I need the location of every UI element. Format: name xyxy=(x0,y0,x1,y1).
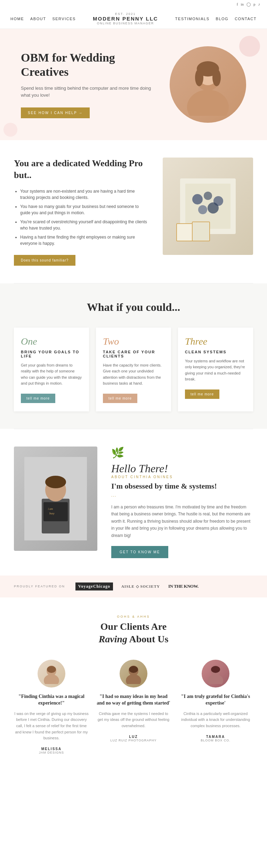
testimonial-1-body: I was on the verge of giving up my busin… xyxy=(14,711,89,741)
facebook-icon[interactable]: f xyxy=(237,2,238,7)
svg-rect-19 xyxy=(43,502,68,521)
main-nav: HOME ABOUT SERVICES EST. 2021 MODERN PEN… xyxy=(0,9,267,29)
about-section: i am busy 🌿 Hello There! ABOUT CINTHIA O… xyxy=(0,429,267,576)
testimonial-2: "I had so many ideas in my head and no w… xyxy=(96,660,171,754)
what-if-cards: One BRING YOUR GOALS TO LIFE Get your go… xyxy=(14,328,253,411)
list-item: Your systems are non-existent and you ar… xyxy=(20,188,149,201)
about-sub: ABOUT CINTHIA ONINES xyxy=(111,475,253,479)
svg-point-23 xyxy=(44,674,59,684)
card-two: Two TAKE CARE OF YOUR CLIENTS Have the c… xyxy=(96,328,171,411)
svg-point-27 xyxy=(129,666,138,673)
wedding-pro-text: You are a dedicated Wedding Pro but.. Yo… xyxy=(14,158,149,266)
card-two-cta[interactable]: tell me more xyxy=(103,394,137,403)
list-item: You're scared of overstretching yourself… xyxy=(20,219,149,231)
nav-about[interactable]: ABOUT xyxy=(30,17,46,21)
testimonial-3-avatar xyxy=(202,660,229,688)
testimonial-1-quote: "Finding Cinthia was a magical experienc… xyxy=(14,693,89,707)
card-three-number: Three xyxy=(185,336,246,347)
card-one-body: Get your goals from dreams to reality wi… xyxy=(21,362,82,387)
card-three-cta[interactable]: tell me more xyxy=(185,389,219,399)
card-one-number: One xyxy=(21,336,82,347)
svg-point-11 xyxy=(198,205,207,214)
testimonial-2-avatar xyxy=(120,660,147,688)
instagram-icon[interactable]: ◯ xyxy=(246,2,251,7)
nav-testimonials[interactable]: TESTIMONIALS xyxy=(175,17,210,21)
hero-image xyxy=(170,46,246,123)
svg-rect-14 xyxy=(192,222,210,241)
testimonial-3-quote: "I am truly grateful for Cinthia's exper… xyxy=(178,693,253,707)
hero-subtext: Spend less time sitting behind the compu… xyxy=(21,85,159,99)
testimonial-3-name: TAMARA xyxy=(178,735,253,739)
card-two-number: Two xyxy=(103,336,164,347)
card-three-body: Your systems and workflow are not only k… xyxy=(185,358,246,383)
social-bar: f in ◯ p ♪ xyxy=(0,0,267,9)
nav-contact[interactable]: CONTACT xyxy=(235,17,257,21)
svg-point-12 xyxy=(208,202,219,214)
familiar-cta-button[interactable]: Does this sound familiar? xyxy=(14,255,75,266)
svg-point-29 xyxy=(208,674,223,684)
nav-blog[interactable]: BLOG xyxy=(216,17,229,21)
hero-blob-top xyxy=(239,36,260,57)
testimonial-2-quote: "I had so many ideas in my head and no w… xyxy=(96,693,171,707)
brand-name: MODERN PENNY LLC xyxy=(93,16,158,22)
testimonials-section: OOHS & AHHS Our Clients Are Raving About… xyxy=(0,597,267,772)
voyage-chicago-logo: VoyageChicago xyxy=(75,582,113,590)
about-text: 🌿 Hello There! ABOUT CINTHIA ONINES I'm … xyxy=(111,447,253,558)
what-if-section: What if you could... One BRING YOUR GOAL… xyxy=(0,283,267,429)
testimonial-3-company: BLOOM BOX CO. xyxy=(178,739,253,742)
card-two-title: TAKE CARE OF YOUR CLIENTS xyxy=(103,350,164,358)
card-three-title: CLEAN SYSTEMS xyxy=(185,350,246,354)
svg-point-8 xyxy=(192,194,203,204)
card-one-title: BRING YOUR GOALS TO LIFE xyxy=(21,350,82,358)
svg-point-26 xyxy=(126,674,141,684)
tiktok-icon[interactable]: ♪ xyxy=(258,2,260,7)
featured-logos: VoyageChicago AISLE ◇ SOCIETY IN THE KNO… xyxy=(75,582,199,590)
wedding-pro-list: Your systems are non-existent and you ar… xyxy=(14,188,149,247)
testimonial-1-name: MELISSA xyxy=(14,747,89,751)
testimonial-2-body: Cinthia gave me the systems I needed to … xyxy=(96,711,171,729)
list-item: Having a hard time finding the right emp… xyxy=(20,234,149,247)
testimonials-heading: Our Clients Are Raving About Us xyxy=(14,620,253,646)
what-if-heading: What if you could... xyxy=(14,301,253,314)
hero-text: OBM for Wedding Creatives Spend less tim… xyxy=(21,51,159,118)
in-the-know-logo: IN THE KNOW. xyxy=(168,584,199,589)
testimonial-1-avatar xyxy=(38,660,65,688)
nav-est: EST. 2021 xyxy=(93,12,158,16)
svg-point-30 xyxy=(211,666,220,673)
linkedin-icon[interactable]: in xyxy=(241,2,244,7)
svg-rect-13 xyxy=(177,224,194,241)
list-item: You have so many goals for your business… xyxy=(20,203,149,216)
about-image: i am busy xyxy=(14,447,97,551)
svg-text:i am: i am xyxy=(48,507,53,511)
svg-text:busy: busy xyxy=(49,512,55,515)
hero-section: OBM for Wedding Creatives Spend less tim… xyxy=(0,29,267,140)
nav-home[interactable]: HOME xyxy=(10,17,24,21)
card-two-body: Have the capacity for more clients. Give… xyxy=(103,362,164,387)
section2-image xyxy=(163,158,253,255)
testimonial-1-company: JAM DESIGNS xyxy=(14,751,89,754)
testimonial-2-company: LUZ RUIZ PHOTOGRAPHY xyxy=(96,739,171,742)
svg-point-9 xyxy=(204,192,212,200)
about-cta-button[interactable]: GET TO KNOW ME xyxy=(111,546,168,558)
featured-label: PROUDLY FEATURED ON xyxy=(14,585,65,588)
testimonial-3: "I am truly grateful for Cinthia's exper… xyxy=(178,660,253,754)
testimonial-1: "Finding Cinthia was a magical experienc… xyxy=(14,660,89,754)
about-hello: Hello There! xyxy=(111,462,253,475)
hero-heading: OBM for Wedding Creatives xyxy=(21,51,159,79)
hero-cta-button[interactable]: SEE HOW I CAN HELP → xyxy=(21,107,90,118)
about-heading: I'm obsessed by time & systems! xyxy=(111,482,253,491)
testimonial-cards: "Finding Cinthia was a magical experienc… xyxy=(14,660,253,754)
nav-services[interactable]: SERVICES xyxy=(52,17,75,21)
leaf-icon: 🌿 xyxy=(111,447,253,459)
testimonial-3-body: Cinthia is a particularly well-organized… xyxy=(178,711,253,729)
card-one: One BRING YOUR GOALS TO LIFE Get your go… xyxy=(14,328,89,411)
about-body: I am a person who treasures time. I'm mo… xyxy=(111,504,253,539)
pinterest-icon[interactable]: p xyxy=(253,2,256,7)
nav-left: HOME ABOUT SERVICES xyxy=(10,17,76,21)
hero-blob-bottom xyxy=(3,123,17,137)
svg-point-24 xyxy=(47,666,56,673)
wedding-pro-section: You are a dedicated Wedding Pro but.. Yo… xyxy=(0,140,267,283)
testimonials-eyebrow: OOHS & AHHS xyxy=(14,615,253,618)
card-one-cta[interactable]: tell me more xyxy=(21,394,55,403)
nav-right: TESTIMONIALS BLOG CONTACT xyxy=(175,17,257,21)
